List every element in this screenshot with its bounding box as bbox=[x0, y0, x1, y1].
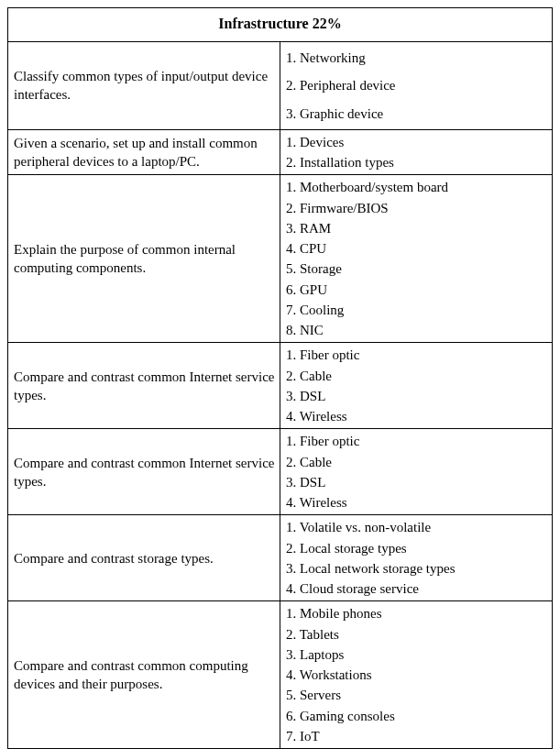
topic-item: 4. CPU bbox=[286, 238, 548, 259]
topics-cell: 1. Fiber optic2. Cable3. DSL4. Wireless bbox=[280, 429, 553, 515]
table-row: Given a scenario, set up and install com… bbox=[8, 129, 553, 175]
topic-item: 1. Fiber optic bbox=[286, 431, 548, 451]
topic-list: 1. Devices2. Installation types bbox=[286, 132, 548, 173]
topic-item: 2. Firmware/BIOS bbox=[286, 198, 548, 218]
topic-item: 1. Networking bbox=[286, 44, 548, 72]
topics-cell: 1. Fiber optic2. Cable3. DSL4. Wireless bbox=[280, 343, 553, 429]
table-row: Compare and contrast common Internet ser… bbox=[8, 343, 553, 429]
topics-cell: 1. Mobile phones2. Tablets3. Laptops4. W… bbox=[280, 601, 553, 749]
topic-item: 8. NIC bbox=[286, 320, 548, 340]
topic-list: 1. Networking2. Peripheral device3. Grap… bbox=[286, 44, 548, 127]
topic-item: 2. Local storage types bbox=[286, 538, 548, 558]
table-row: Compare and contrast storage types.1. Vo… bbox=[8, 515, 553, 601]
topic-item: 7. Cooling bbox=[286, 300, 548, 320]
topic-item: 4. Cloud storage service bbox=[286, 578, 548, 599]
topics-cell: 1. Motherboard/system board2. Firmware/B… bbox=[280, 175, 553, 343]
table-header: Infrastructure 22% bbox=[8, 8, 553, 42]
topic-item: 1. Devices bbox=[286, 132, 548, 152]
topic-list: 1. Mobile phones2. Tablets3. Laptops4. W… bbox=[286, 603, 548, 746]
objective-cell: Compare and contrast storage types. bbox=[8, 515, 280, 601]
topic-list: 1. Motherboard/system board2. Firmware/B… bbox=[286, 177, 548, 340]
topic-item: 4. Wireless bbox=[286, 492, 548, 512]
topic-list: 1. Fiber optic2. Cable3. DSL4. Wireless bbox=[286, 345, 548, 426]
topics-cell: 1. Volatile vs. non-volatile2. Local sto… bbox=[280, 515, 553, 601]
infrastructure-table: Infrastructure 22% Classify common types… bbox=[7, 7, 553, 749]
table-row: Classify common types of input/output de… bbox=[8, 42, 553, 130]
topic-item: 3. DSL bbox=[286, 472, 548, 492]
topic-item: 1. Volatile vs. non-volatile bbox=[286, 517, 548, 537]
table-row: Compare and contrast common computing de… bbox=[8, 601, 553, 749]
topic-list: 1. Volatile vs. non-volatile2. Local sto… bbox=[286, 517, 548, 599]
topic-list: 1. Fiber optic2. Cable3. DSL4. Wireless bbox=[286, 431, 548, 512]
topic-item: 7. IoT bbox=[286, 726, 548, 746]
table-body: Classify common types of input/output de… bbox=[8, 42, 553, 750]
topic-item: 4. Workstations bbox=[286, 665, 548, 685]
objective-cell: Classify common types of input/output de… bbox=[8, 42, 280, 130]
topic-item: 2. Installation types bbox=[286, 152, 548, 172]
topic-item: 2. Cable bbox=[286, 452, 548, 472]
topic-item: 3. Graphic device bbox=[286, 100, 548, 127]
topics-cell: 1. Devices2. Installation types bbox=[280, 129, 553, 175]
topic-item: 1. Fiber optic bbox=[286, 345, 548, 365]
topic-item: 2. Tablets bbox=[286, 624, 548, 644]
topic-item: 6. Gaming consoles bbox=[286, 706, 548, 726]
topic-item: 1. Motherboard/system board bbox=[286, 177, 548, 197]
objective-cell: Given a scenario, set up and install com… bbox=[8, 129, 280, 175]
objective-cell: Compare and contrast common Internet ser… bbox=[8, 343, 280, 429]
topic-item: 1. Mobile phones bbox=[286, 603, 548, 623]
objective-cell: Compare and contrast common Internet ser… bbox=[8, 429, 280, 515]
topic-item: 2. Cable bbox=[286, 366, 548, 386]
topic-item: 3. Laptops bbox=[286, 644, 548, 665]
topic-item: 3. RAM bbox=[286, 218, 548, 238]
table-row: Explain the purpose of common internal c… bbox=[8, 175, 553, 343]
objective-cell: Compare and contrast common computing de… bbox=[8, 601, 280, 749]
topic-item: 3. DSL bbox=[286, 386, 548, 406]
topic-item: 3. Local network storage types bbox=[286, 558, 548, 578]
objective-cell: Explain the purpose of common internal c… bbox=[8, 175, 280, 343]
table-row: Compare and contrast common Internet ser… bbox=[8, 429, 553, 515]
topic-item: 5. Storage bbox=[286, 259, 548, 279]
topic-item: 2. Peripheral device bbox=[286, 72, 548, 99]
topic-item: 4. Wireless bbox=[286, 406, 548, 426]
topics-cell: 1. Networking2. Peripheral device3. Grap… bbox=[280, 42, 553, 130]
topic-item: 6. GPU bbox=[286, 280, 548, 300]
topic-item: 5. Servers bbox=[286, 685, 548, 705]
